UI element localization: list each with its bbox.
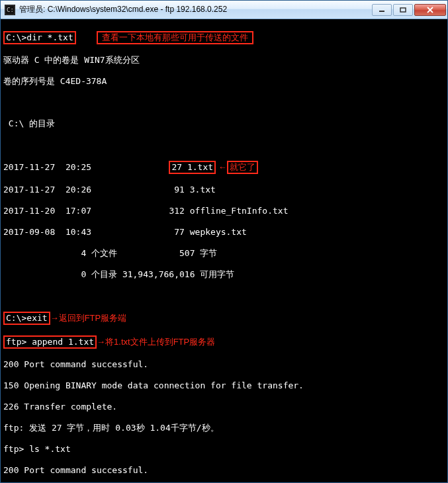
dir-summary-files: 4 个文件 507 字节 <box>3 248 445 259</box>
resp-200-2: 200 Port command successful. <box>3 465 445 476</box>
cmd-dir: C:\>dir *.txt <box>3 31 76 44</box>
arrow-3: → <box>97 337 105 347</box>
annotation-upload: 将1.txt文件上传到FTP服务器 <box>105 337 215 347</box>
arrow-2: → <box>50 313 59 323</box>
svg-rect-4 <box>400 8 406 12</box>
minimize-button[interactable] <box>372 4 392 16</box>
dir-row-3: 2017-11-20 17:07 312 offline_FtnInfo.txt <box>3 206 445 216</box>
annotation-return-ftp: 返回到FTP服务端 <box>59 313 127 323</box>
maximize-button[interactable] <box>393 4 413 16</box>
dir-row-4: 2017-09-08 10:43 77 wepkeys.txt <box>3 227 445 238</box>
cmd-icon: C: <box>5 5 15 15</box>
out-serial: 卷的序列号是 C4ED-378A <box>3 76 445 87</box>
annotation-check-files: 查看一下本地有那些可用于传送的文件 <box>97 31 253 44</box>
cmd-window: C: 管理员: C:\Windows\system32\cmd.exe - ft… <box>0 0 448 483</box>
close-button[interactable] <box>414 4 446 16</box>
resp-sent: ftp: 发送 27 字节，用时 0.03秒 1.04千字节/秒。 <box>3 423 445 433</box>
window-buttons <box>371 4 446 16</box>
dir-row-1b: 27 1.txt <box>169 161 216 174</box>
resp-150-binary: 150 Opening BINARY mode data connection … <box>3 380 445 391</box>
annotation-thats-it: 就它了 <box>227 161 258 174</box>
out-volume: 驱动器 C 中的卷是 WIN7系统分区 <box>3 55 445 66</box>
resp-226-1: 226 Transfer complete. <box>3 402 445 412</box>
cmd-append: ftp> append 1.txt <box>3 335 97 349</box>
titlebar[interactable]: C: 管理员: C:\Windows\system32\cmd.exe - ft… <box>1 1 447 19</box>
dir-row-1a: 2017-11-27 20:25 <box>3 162 91 172</box>
dir-row-2: 2017-11-27 20:26 91 3.txt <box>3 185 445 195</box>
dir-summary-dirs: 0 个目录 31,943,766,016 可用字节 <box>3 269 445 280</box>
cmd-exit: C:\>exit <box>3 312 50 325</box>
svg-text:C:: C: <box>7 7 14 13</box>
window-title: 管理员: C:\Windows\system32\cmd.exe - ftp 1… <box>19 4 371 15</box>
terminal-output[interactable]: C:\>dir *.txt 查看一下本地有那些可用于传送的文件 驱动器 C 中的… <box>1 19 447 482</box>
arrow-1: ← <box>216 162 227 172</box>
out-dirof: C:\ 的目录 <box>3 118 445 129</box>
cmd-ls-txt: ftp> ls *.txt <box>3 444 445 455</box>
resp-200-1: 200 Port command successful. <box>3 359 445 370</box>
